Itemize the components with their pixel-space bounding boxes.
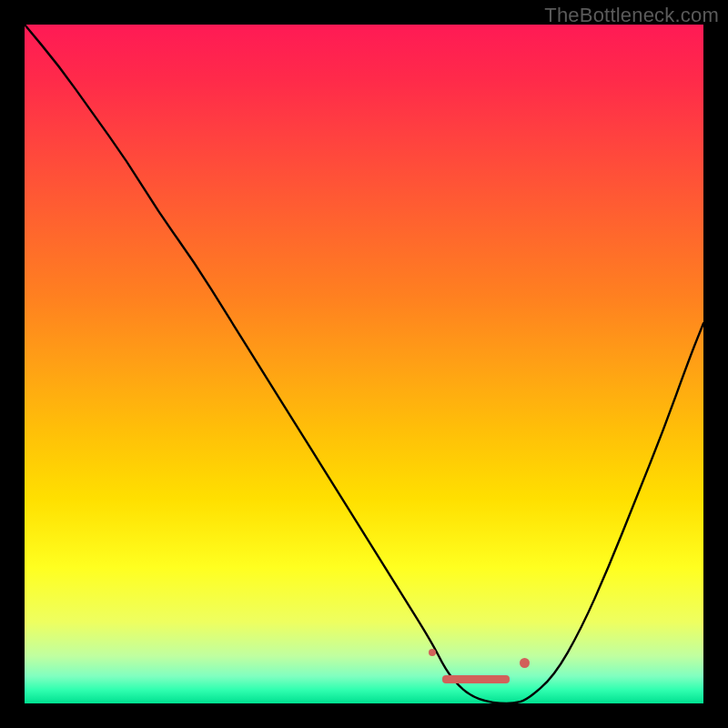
bottleneck-curve bbox=[25, 25, 703, 703]
curve-layer bbox=[25, 25, 703, 703]
highlight-bar bbox=[442, 675, 511, 683]
plot-area bbox=[25, 25, 703, 703]
chart-frame: TheBottleneck.com bbox=[0, 0, 728, 728]
highlight-marker bbox=[520, 658, 530, 668]
highlight-marker bbox=[429, 649, 436, 656]
